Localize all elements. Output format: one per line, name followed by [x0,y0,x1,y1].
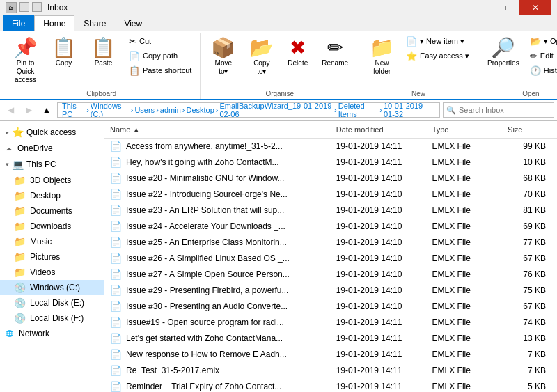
addr-part-4[interactable]: admin [160,106,181,114]
pin-label: Pin to Quick access [13,59,38,84]
col-header-type[interactable]: Type [427,124,502,135]
sidebar-item-downloads[interactable]: 📁 Downloads [0,219,104,234]
new-folder-button[interactable]: 📁 New folder [363,34,400,79]
table-row[interactable]: 📄 Issue #27 - A Simple Open Source Perso… [104,267,557,283]
minimize-btn[interactable]: ─ [455,0,487,15]
copy-icon: 📋 [52,38,76,59]
sidebar-item-music[interactable]: 📁 Music [0,234,104,249]
edit-button[interactable]: ✏ Edit [526,49,557,63]
close-btn[interactable]: ✕ [519,0,551,15]
addr-part-3[interactable]: Users [134,106,155,114]
col-header-name[interactable]: Name ▲ [104,124,331,135]
rename-button[interactable]: ✏ Rename [315,34,354,71]
history-label: History [544,66,557,75]
file-type: EMLX File [427,157,502,168]
window-icon-2[interactable] [19,2,29,12]
copy-button[interactable]: 📋 Copy [45,34,82,71]
sidebar-item-3d-objects[interactable]: 📁 3D Objects [0,173,104,188]
copy-to-button[interactable]: 📂 Copy to▾ [243,34,280,79]
nav-bar: ◀ ▶ ▲ This PC › Windows (C:) › Users › a… [0,100,557,121]
table-row[interactable]: 📄 Issue#19 - Open source program for rad… [104,315,557,331]
paste-button[interactable]: 📋 Paste [85,34,122,71]
table-row[interactable]: 📄 Issue #30 - Presenting an Audio Conver… [104,299,557,315]
copy-path-button[interactable]: 📄 Copy path [125,49,196,63]
file-type: EMLX File [427,301,502,312]
table-row[interactable]: 📄 Issue #24 - Accelerate Your Downloads … [104,219,557,235]
history-button[interactable]: 🕐 History [526,63,557,77]
address-bar[interactable]: This PC › Windows (C:) › Users › admin ›… [57,102,440,118]
table-row[interactable]: 📄 Re_Test_31-5-2017.emlx 19-01-2019 14:1… [104,363,557,379]
addr-part-5[interactable]: Desktop [186,106,214,114]
easy-access-label: Easy access ▾ [420,52,469,61]
file-date: 19-01-2019 14:11 [331,381,427,392]
table-row[interactable]: 📄 Issue #23 - An ERP Solution that will … [104,203,557,219]
table-row[interactable]: 📄 Hey, how's it going with Zoho ContactM… [104,155,557,171]
col-header-size[interactable]: Size [502,124,557,135]
delete-button[interactable]: ✖ Delete [281,34,314,71]
search-icon: 🔍 [446,106,456,115]
ribbon: 📌 Pin to Quick access 📋 Copy 📋 Paste ✂ [0,31,557,100]
back-button[interactable]: ◀ [3,102,18,118]
sidebar-item-pictures[interactable]: 📁 Pictures [0,249,104,265]
col-header-date[interactable]: Date modified [331,124,427,135]
sidebar-item-local-disk-f[interactable]: 💿 Local Disk (F:) [0,311,104,326]
search-bar[interactable]: 🔍 [443,102,554,118]
tab-home[interactable]: Home [34,15,74,31]
addr-part-1[interactable]: This PC [62,102,85,118]
open-button[interactable]: 📂 ▾ Open ▾ [526,34,557,48]
maximize-btn[interactable]: □ [487,0,519,15]
window-icon-3[interactable] [32,2,42,12]
search-input[interactable] [459,106,555,114]
sidebar-item-onedrive[interactable]: ☁ OneDrive [0,141,104,156]
paste-shortcut-button[interactable]: 📋 Paste shortcut [125,63,196,77]
table-row[interactable]: 📄 Issue #25 - An Enterprise Class Monito… [104,235,557,251]
file-name-cell: 📄 Reminder _ Trial Expiry of Zoho Contac… [104,380,331,392]
table-row[interactable]: 📄 Let's get started with Zoho ContactMan… [104,331,557,347]
table-row[interactable]: 📄 Reminder _ Trial Expiry of Zoho Contac… [104,379,557,392]
sidebar-item-windows-c[interactable]: 💿 Windows (C:) [0,280,104,295]
documents-label: Documents [30,206,72,216]
clipboard-label: Clipboard [7,88,196,99]
cut-button[interactable]: ✂ Cut [125,34,196,48]
sidebar-item-local-disk-e[interactable]: 💿 Local Disk (E:) [0,295,104,311]
table-row[interactable]: 📄 New response to How to Remove E Aadh..… [104,347,557,363]
table-row[interactable]: 📄 Issue #22 - Introducing SourceForge's … [104,187,557,203]
sidebar-item-documents[interactable]: 📁 Documents [0,203,104,219]
tab-view[interactable]: View [115,15,151,31]
file-type: EMLX File [427,221,502,232]
tab-file[interactable]: File [3,15,34,31]
sidebar-item-quick-access[interactable]: ▸ ⭐ Quick access [0,124,104,141]
pin-to-quick-access-button[interactable]: 📌 Pin to Quick access [7,34,44,88]
tab-share[interactable]: Share [74,15,115,31]
addr-part-8[interactable]: 10-01-2019 01-32 [384,102,435,118]
new-folder-icon: 📁 [370,38,394,59]
forward-button[interactable]: ▶ [21,102,36,118]
addr-part-2[interactable]: Windows (C:) [91,102,130,118]
sidebar-item-this-pc[interactable]: ▾ 💻 This PC [0,156,104,173]
file-icon: 📄 [110,205,122,216]
table-row[interactable]: 📄 Issue #29 - Presenting Firebird, a pow… [104,283,557,299]
sidebar-item-desktop[interactable]: 📁 Desktop [0,188,104,203]
properties-button[interactable]: 🔎 Properties [483,34,524,71]
up-button[interactable]: ▲ [39,102,54,118]
file-size: 13 KB [502,333,557,344]
file-icon: 📄 [110,253,122,264]
file-name-cell: 📄 Re_Test_31-5-2017.emlx [104,364,331,377]
table-row[interactable]: 📄 Issue #26 - A Simplified Linux Based O… [104,251,557,267]
window-title: Inbox [47,3,455,13]
col-size-label: Size [508,125,522,134]
table-row[interactable]: 📄 Access from anywhere, anytime!_31-5-2.… [104,139,557,155]
sidebar-item-videos[interactable]: 📁 Videos [0,265,104,280]
addr-part-7[interactable]: Deleted Items [338,102,378,118]
table-row[interactable]: 📄 Issue #20 - Minimalistic GNU for Windo… [104,171,557,187]
sidebar-item-network[interactable]: 🌐 Network [0,326,104,341]
move-to-button[interactable]: 📦 Move to▾ [205,34,242,79]
file-date: 19-01-2019 14:10 [331,269,427,280]
window-icon-1[interactable]: 🗂 [6,2,17,13]
folder-icon-pictures: 📁 [14,251,26,262]
easy-access-button[interactable]: ⭐ Easy access ▾ [402,49,473,63]
file-name-cell: 📄 Issue #25 - An Enterprise Class Monito… [104,236,331,249]
new-item-button[interactable]: 📄 ▾ New item ▾ [402,34,473,48]
file-name: Issue #25 - An Enterprise Class Monitori… [126,237,287,247]
addr-part-6[interactable]: EmailBackupWizard_19-01-2019 02-06 [219,102,333,118]
